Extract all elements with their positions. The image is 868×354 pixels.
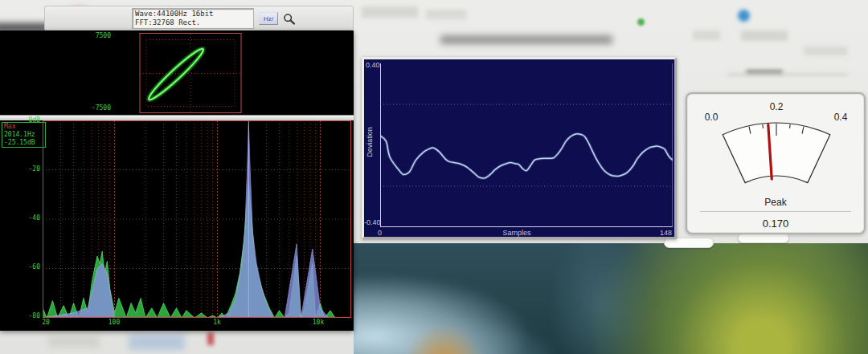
meter-title: Peak	[687, 197, 864, 208]
analog-gauge	[687, 94, 864, 233]
pane-splitter[interactable]	[0, 115, 354, 120]
zoom-icon[interactable]	[283, 13, 296, 26]
deviation-xlabel: Samples	[477, 229, 557, 237]
phase-scope-max-label: 7500	[88, 32, 111, 40]
desktop: Wave:44100Hz 16bit FFT:32768 Rect. Hz/ 7…	[0, 0, 868, 354]
max-level: -25.15dB	[4, 139, 43, 147]
wave-format-info: Wave:44100Hz 16bit	[135, 10, 251, 18]
background-dark-bar	[440, 35, 612, 44]
background-panel-a	[693, 31, 720, 40]
lissajous-display	[113, 31, 249, 114]
max-frequency: 2014.1Hz	[4, 131, 43, 139]
deviation-window: 0.40 -0.40 Deviation 0 Samples 148	[362, 57, 677, 239]
phase-scope-min-label: -7500	[84, 104, 111, 112]
spectrum-xtick-10k: 10k	[307, 319, 330, 327]
meter-value: 0.170	[687, 218, 864, 230]
background-smudge-gray	[48, 336, 100, 347]
background-photo	[354, 243, 868, 354]
analyzer-window: 7500 -7500 Max 2014.1Hz -25.15dB 0dB -20…	[0, 31, 354, 331]
spectrum-plot	[43, 120, 351, 318]
meter-separator	[700, 211, 851, 212]
deviation-ymax: 0.40	[366, 61, 380, 69]
peak-info-box: Max 2014.1Hz -25.15dB	[2, 122, 46, 148]
peak-meter-window: 0.0 0.2 0.4 Peak 0.170	[686, 92, 866, 234]
deviation-plot	[380, 63, 673, 227]
lissajous-ellipse	[145, 46, 207, 104]
background-window-top	[362, 6, 418, 18]
hz-scale-button[interactable]: Hz/	[259, 12, 278, 25]
analyzer-toolbar: Wave:44100Hz 16bit FFT:32768 Rect. Hz/	[44, 6, 354, 31]
fft-settings-info: FFT:32768 Rect.	[135, 18, 251, 27]
spectrum-xtick-20: 20	[35, 319, 57, 327]
background-smudge-line	[727, 74, 848, 75]
background-blob-blue2	[129, 334, 185, 350]
spectrum-ytick-0db: 0dB	[14, 116, 40, 124]
background-window-box	[426, 10, 466, 19]
background-dot-green	[637, 18, 645, 26]
format-info-field: Wave:44100Hz 16bit FFT:32768 Rect.	[132, 8, 254, 29]
spectrum-xtick-100: 100	[103, 319, 125, 327]
spectrum-ytick-m40: -40	[14, 214, 40, 222]
deviation-xmin: 0	[378, 229, 382, 237]
spectrum-ytick-m20: -20	[14, 165, 40, 173]
spectrum-ytick-m60: -60	[14, 263, 40, 271]
deviation-axis-label: Deviation	[366, 117, 374, 167]
spectrum-xtick-1k: 1k	[206, 319, 228, 327]
background-panel-b	[741, 31, 788, 41]
deviation-xmax: 148	[660, 229, 672, 237]
background-panel-c	[804, 47, 847, 55]
background-dot-blue	[738, 10, 750, 22]
background-tick-red	[207, 332, 214, 345]
deviation-ymin: -0.40	[364, 218, 381, 226]
